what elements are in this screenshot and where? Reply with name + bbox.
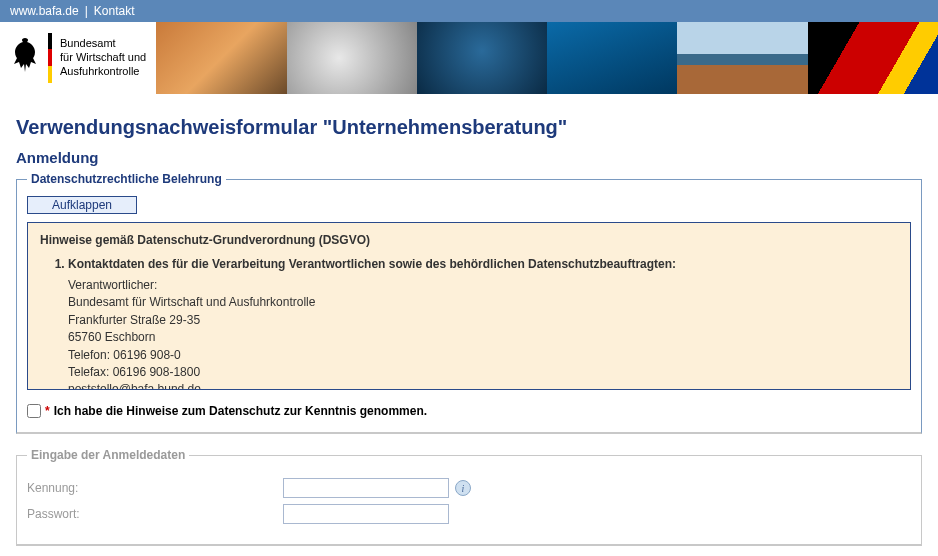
section-title: Anmeldung [16,149,922,166]
user-input[interactable] [283,478,449,498]
main-content: Verwendungsnachweisformular "Unternehmen… [0,94,938,556]
login-fieldset: Eingabe der Anmeldedaten Kennung: i Pass… [16,448,922,546]
user-label: Kennung: [27,481,283,495]
banner-image [547,22,677,94]
separator: | [85,4,88,18]
privacy-fieldset: Datenschutzrechtliche Belehrung Aufklapp… [16,172,922,434]
top-bar: www.bafa.de | Kontakt [0,0,938,22]
consent-checkbox[interactable] [27,404,41,418]
login-legend: Eingabe der Anmeldedaten [27,448,189,462]
header: Bundesamt für Wirtschaft und Ausfuhrkont… [0,22,938,94]
notice-body: Verantwortlicher: Bundesamt für Wirtscha… [68,277,898,390]
privacy-notice-box: Hinweise gemäß Datenschutz-Grundverordnu… [27,222,911,390]
consent-label: Ich habe die Hinweise zum Datenschutz zu… [54,404,427,418]
pass-label: Passwort: [27,507,283,521]
banner-image [287,22,417,94]
pass-row: Passwort: [27,504,911,524]
german-flag-bar [48,33,52,83]
required-asterisk: * [45,404,50,418]
banner-image [156,22,286,94]
eagle-icon [10,36,40,80]
page-title: Verwendungsnachweisformular "Unternehmen… [16,116,922,139]
notice-title: Hinweise gemäß Datenschutz-Grundverordnu… [40,233,898,247]
consent-row: * Ich habe die Hinweise zum Datenschutz … [27,404,911,418]
info-icon[interactable]: i [455,480,471,496]
toggle-button[interactable]: Aufklappen [27,196,137,214]
user-row: Kennung: i [27,478,911,498]
banner-image [808,22,938,94]
agency-name: Bundesamt für Wirtschaft und Ausfuhrkont… [60,37,146,78]
logo-block: Bundesamt für Wirtschaft und Ausfuhrkont… [0,22,156,94]
banner-image [417,22,547,94]
banner-image [677,22,807,94]
contact-link[interactable]: Kontakt [94,4,135,18]
site-link[interactable]: www.bafa.de [10,4,79,18]
notice-item: Kontaktdaten des für die Verarbeitung Ve… [68,257,898,390]
privacy-legend: Datenschutzrechtliche Belehrung [27,172,226,186]
banner-images [156,22,938,94]
pass-input[interactable] [283,504,449,524]
